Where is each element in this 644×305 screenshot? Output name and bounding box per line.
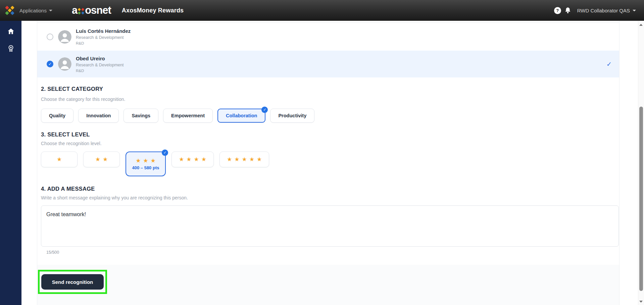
star-icons: ★★★ [133,158,158,164]
home-icon [7,27,15,35]
recognition-form-card: Luís Cortés Hernández Research & Develop… [37,21,620,305]
help-icon[interactable]: ? [554,7,561,14]
star-icons: ★★★★ [177,157,209,162]
category-empowerment-button[interactable]: Empowerment [163,109,213,123]
level-3-card-selected[interactable]: ★★★ 400 – 580 pts ✓ [126,151,166,176]
recipient-area: R&D [76,41,131,45]
top-navigation-bar: Applications a osnet AxosMoney Rewards ?… [0,0,644,21]
level-1-card[interactable]: ★ [41,151,78,167]
award-icon [7,45,15,52]
star-icons: ★★ [93,157,110,162]
star-icons: ★ [54,157,64,162]
recipient-info: Luís Cortés Hernández Research & Develop… [76,28,131,45]
card-footer-background [37,265,619,305]
scroll-down-arrow-icon[interactable] [639,301,643,303]
brand-prefix: a [72,4,77,16]
check-glyph: ✓ [48,62,52,66]
recipient-info: Obed Ureiro Research & Development R&D [76,56,123,73]
check-glyph: ✓ [163,150,166,155]
topbar-right-group: ? RWD Collaborator QAS [554,7,636,14]
recipient-area: R&D [76,69,123,73]
notifications-bell-icon[interactable] [564,7,572,14]
selected-badge-check-icon: ✓ [162,149,168,156]
character-counter: 15/500 [46,250,59,255]
brand-suffix: osnet [85,4,111,16]
level-4-card[interactable]: ★★★★ [171,151,214,167]
caret-down-icon [49,10,52,11]
radio-selected-icon[interactable]: ✓ [47,61,53,67]
user-menu-label: RWD Collaborator QAS [577,8,630,13]
main-content: Luís Cortés Hernández Research & Develop… [21,21,638,305]
recipient-row-selected[interactable]: ✓ Obed Ureiro Research & Development R&D… [37,51,619,77]
page-title: AxosMoney Rewards [122,7,184,14]
star-icons: ★★★★★ [225,157,264,162]
category-productivity-button[interactable]: Productivity [270,109,314,123]
vertical-scrollbar[interactable] [638,21,644,305]
level-options: ★ ★★ ★★★ 400 – 580 pts ✓ ★★★★ ★★★★★ [41,151,269,176]
level-section-subtitle: Choose the recognition level. [41,141,102,146]
applications-label: Applications [19,8,47,13]
recipient-name: Luís Cortés Hernández [76,28,131,34]
category-savings-button[interactable]: Savings [123,109,158,123]
sidebar-item-rewards[interactable] [7,44,15,52]
recipient-row[interactable]: Luís Cortés Hernández Research & Develop… [37,23,619,51]
sidebar-item-home[interactable] [7,27,15,35]
level-section-title: 3. SELECT LEVEL [41,131,90,138]
selected-check-icon: ✓ [606,60,612,68]
message-textarea[interactable]: Great teamwork! [41,205,619,247]
level-2-card[interactable]: ★★ [83,151,120,167]
user-account-menu[interactable]: RWD Collaborator QAS [577,8,636,13]
category-options: Quality Innovation Savings Empowerment C… [41,109,314,123]
level-5-card[interactable]: ★★★★★ [219,151,269,167]
radio-unselected-icon[interactable] [47,34,53,40]
category-innovation-button[interactable]: Innovation [78,109,119,123]
avatar [58,57,71,71]
recipient-department: Research & Development [76,63,123,67]
axosnet-logo-icon[interactable] [5,5,15,15]
category-section-title: 2. SELECT CATEGORY [41,86,103,92]
category-label: Collaboration [226,113,257,118]
selected-badge-check-icon: ✓ [261,107,268,113]
level-points-label: 400 – 580 pts [132,165,159,170]
recipient-name: Obed Ureiro [76,56,123,61]
send-recognition-button[interactable]: Send recognition [41,274,104,290]
scroll-up-arrow-icon[interactable] [639,24,643,26]
left-sidebar [0,21,21,305]
category-section-subtitle: Choose the category for this recognition… [41,97,125,102]
category-quality-button[interactable]: Quality [41,109,73,123]
brand-x-icon [78,8,85,15]
caret-down-icon [633,10,636,11]
category-collaboration-button[interactable]: Collaboration ✓ [217,109,265,123]
applications-menu[interactable]: Applications [19,8,52,13]
scrollbar-thumb[interactable] [639,107,643,291]
avatar [58,30,71,44]
axosnet-wordmark[interactable]: a osnet [72,4,111,16]
question-mark-glyph: ? [556,8,559,13]
recipient-department: Research & Development [76,35,131,40]
check-glyph: ✓ [263,108,266,112]
message-section-title: 4. ADD A MESSAGE [41,186,95,192]
message-section-subtitle: Write a short message explaining why you… [41,195,188,200]
